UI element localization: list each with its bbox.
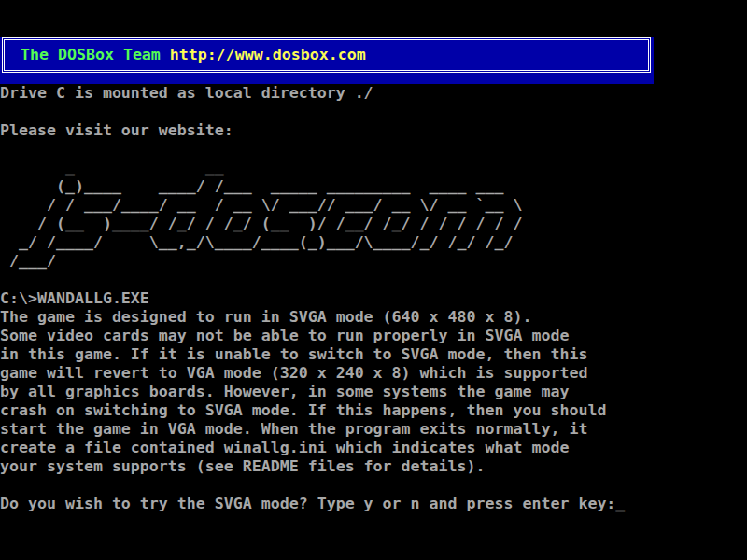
dosbox-banner: The DOSBox Team http://www.dosbox.com	[0, 37, 654, 84]
program-output: C:\>WANDALLG.EXE The game is designed to…	[0, 289, 606, 476]
terminal-cursor: _	[615, 495, 625, 512]
dosbox-banner-box: The DOSBox Team http://www.dosbox.com	[2, 37, 651, 73]
terminal-input-line[interactable]: Do you wish to try the SVGA mode? Type y…	[0, 495, 625, 513]
website-prompt-line: Please visit our website:	[0, 121, 233, 140]
dosbox-team-label: The DOSBox Team	[21, 46, 170, 63]
dosbox-screen: The DOSBox Team http://www.dosbox.com Dr…	[0, 0, 747, 560]
dosbox-banner-text: The DOSBox Team http://www.dosbox.com	[5, 46, 366, 64]
dosbox-url-text: http://www.dosbox.com	[170, 46, 366, 63]
jsdos-ascii-logo: _ __ (_)____ ____/ /___ _____ _________ …	[0, 159, 522, 271]
svga-question-text: Do you wish to try the SVGA mode? Type y…	[0, 495, 615, 512]
mount-status-line: Drive C is mounted as local directory ./	[0, 84, 374, 103]
